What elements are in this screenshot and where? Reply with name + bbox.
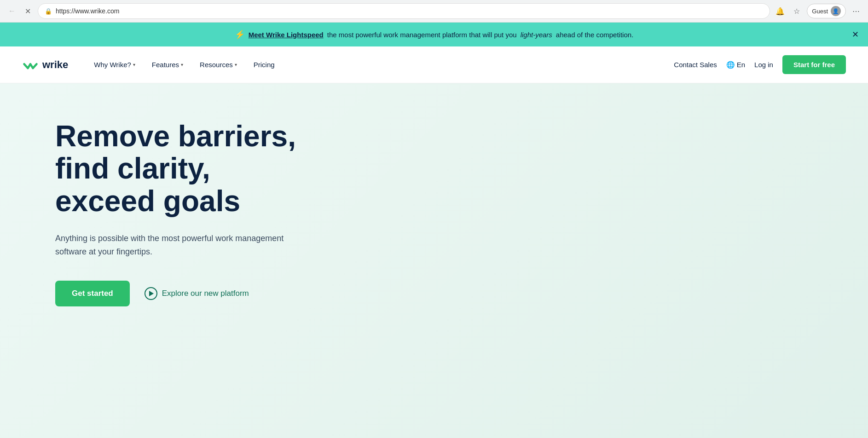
nav-contact-sales[interactable]: Contact Sales bbox=[674, 61, 717, 69]
navbar: wrike Why Wrike? ▾ Features ▾ Resources … bbox=[0, 46, 868, 83]
banner-italic-text: light-years bbox=[521, 31, 552, 39]
banner-content: ⚡ Meet Wrike Lightspeed the most powerfu… bbox=[235, 29, 634, 40]
chevron-down-icon: ▾ bbox=[181, 62, 183, 67]
menu-icon: ⋯ bbox=[852, 7, 860, 16]
hero-headline-line2: find clarity, bbox=[55, 152, 210, 185]
nav-resources-label: Resources bbox=[200, 61, 233, 69]
notify-icon: 🔔 bbox=[775, 7, 785, 16]
nav-why-wrike[interactable]: Why Wrike? ▾ bbox=[87, 57, 143, 72]
banner-close-button[interactable]: ✕ bbox=[852, 30, 859, 39]
browser-toolbar: ← ✕ 🔒 https://www.wrike.com 🔔 ☆ Guest 👤 bbox=[0, 0, 868, 22]
logo-link[interactable]: wrike bbox=[22, 57, 68, 73]
guest-button[interactable]: Guest 👤 bbox=[807, 4, 846, 18]
nav-pricing-label: Pricing bbox=[254, 61, 275, 69]
lock-icon: 🔒 bbox=[45, 8, 52, 15]
hero-content: Remove barriers, find clarity, exceed go… bbox=[55, 120, 296, 306]
browser-chrome: ← ✕ 🔒 https://www.wrike.com 🔔 ☆ Guest 👤 bbox=[0, 0, 868, 23]
star-button[interactable]: ☆ bbox=[790, 5, 803, 17]
avatar-icon: 👤 bbox=[833, 8, 839, 14]
hero-explore-label: Explore our new platform bbox=[162, 289, 249, 298]
banner-link[interactable]: Meet Wrike Lightspeed bbox=[249, 31, 324, 39]
banner-text-after: ahead of the competition. bbox=[556, 31, 633, 39]
hero-section: Remove barriers, find clarity, exceed go… bbox=[0, 83, 868, 438]
hero-actions: Get started Explore our new platform bbox=[55, 281, 296, 306]
guest-label: Guest bbox=[812, 8, 828, 15]
back-icon: ← bbox=[8, 7, 16, 15]
hero-explore-link[interactable]: Explore our new platform bbox=[145, 287, 249, 300]
nav-features[interactable]: Features ▾ bbox=[145, 57, 191, 72]
nav-resources[interactable]: Resources ▾ bbox=[192, 57, 244, 72]
notify-button[interactable]: 🔔 bbox=[774, 5, 787, 17]
hero-get-started-button[interactable]: Get started bbox=[55, 281, 130, 306]
close-button[interactable]: ✕ bbox=[21, 5, 34, 17]
star-icon: ☆ bbox=[793, 7, 800, 16]
url-text: https://www.wrike.com bbox=[56, 7, 763, 15]
banner-text-before: the most powerful work management platfo… bbox=[327, 31, 517, 39]
nav-language[interactable]: 🌐 En bbox=[726, 61, 745, 69]
browser-actions: 🔔 ☆ Guest 👤 ⋯ bbox=[774, 4, 862, 18]
back-button[interactable]: ← bbox=[6, 5, 18, 17]
hero-subtext: Anything is possible with the most power… bbox=[55, 232, 295, 259]
address-bar[interactable]: 🔒 https://www.wrike.com bbox=[38, 3, 770, 19]
nav-login[interactable]: Log in bbox=[754, 61, 773, 69]
close-icon: ✕ bbox=[25, 7, 31, 16]
logo-icon bbox=[22, 57, 39, 73]
menu-button[interactable]: ⋯ bbox=[850, 5, 862, 17]
nav-lang-label: En bbox=[737, 61, 745, 69]
globe-icon: 🌐 bbox=[726, 61, 735, 69]
play-triangle bbox=[149, 291, 154, 296]
chevron-down-icon: ▾ bbox=[235, 62, 237, 67]
announcement-banner: ⚡ Meet Wrike Lightspeed the most powerfu… bbox=[0, 23, 868, 46]
play-icon bbox=[145, 287, 157, 300]
browser-nav-buttons: ← ✕ bbox=[6, 5, 34, 17]
nav-links: Why Wrike? ▾ Features ▾ Resources ▾ Pric… bbox=[87, 57, 674, 72]
hero-headline: Remove barriers, find clarity, exceed go… bbox=[55, 120, 296, 217]
nav-pricing[interactable]: Pricing bbox=[246, 57, 282, 72]
nav-why-wrike-label: Why Wrike? bbox=[94, 61, 131, 69]
logo-text: wrike bbox=[42, 59, 68, 71]
lightning-icon: ⚡ bbox=[235, 29, 245, 40]
chevron-down-icon: ▾ bbox=[133, 62, 135, 67]
hero-headline-line1: Remove barriers, bbox=[55, 120, 296, 153]
nav-start-free-button[interactable]: Start for free bbox=[782, 55, 846, 74]
hero-headline-line3: exceed goals bbox=[55, 184, 240, 218]
nav-right: Contact Sales 🌐 En Log in Start for free bbox=[674, 55, 846, 74]
nav-features-label: Features bbox=[152, 61, 179, 69]
avatar: 👤 bbox=[831, 6, 841, 16]
